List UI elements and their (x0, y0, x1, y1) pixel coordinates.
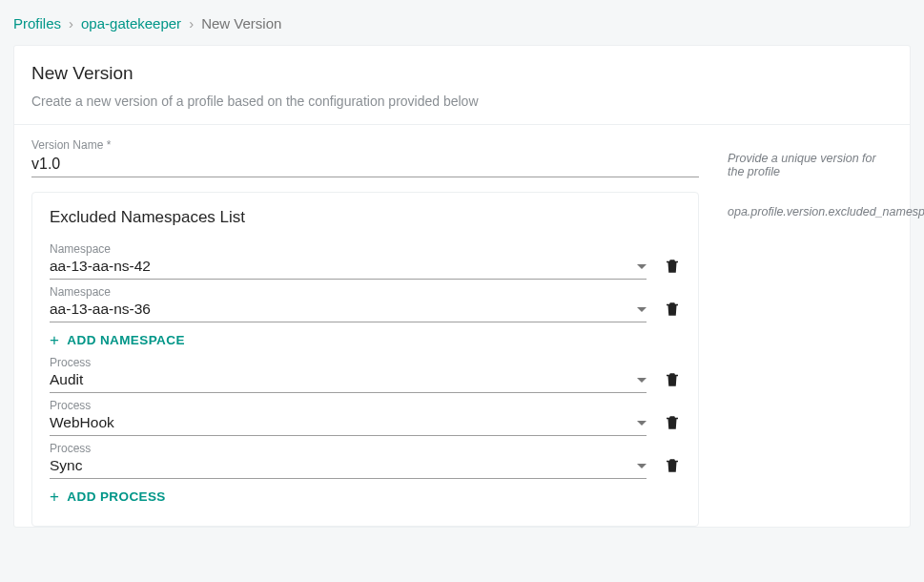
trash-icon (664, 370, 681, 389)
process-label: Process (50, 356, 647, 369)
process-row: Process Sync (50, 442, 681, 479)
card-header: New Version Create a new version of a pr… (14, 46, 910, 124)
delete-process-button[interactable] (664, 370, 681, 393)
process-row: Process WebHook (50, 399, 681, 436)
process-label: Process (50, 399, 647, 412)
chevron-down-icon (637, 264, 647, 269)
breadcrumb-current: New Version (201, 15, 281, 31)
process-value: WebHook (50, 414, 114, 431)
process-select[interactable]: WebHook (50, 412, 647, 436)
excluded-namespaces-panel: Excluded Namespaces List Namespace aa-13… (31, 192, 699, 527)
namespace-row: Namespace aa-13-aa-ns-36 (50, 285, 681, 322)
version-name-input[interactable] (31, 154, 699, 177)
delete-process-button[interactable] (664, 413, 681, 436)
namespace-row: Namespace aa-13-aa-ns-42 (50, 242, 681, 280)
excluded-namespaces-row: Excluded Namespaces List Namespace aa-13… (14, 178, 910, 527)
page-subtitle: Create a new version of a profile based … (31, 94, 893, 109)
chevron-down-icon (637, 307, 647, 312)
delete-namespace-button[interactable] (664, 257, 681, 280)
version-name-hint: Provide a unique version for the profile (728, 138, 893, 178)
process-row: Process Audit (50, 356, 681, 393)
process-value: Sync (50, 457, 82, 474)
add-namespace-button[interactable]: + ADD NAMESPACE (50, 332, 681, 348)
breadcrumb-profiles-link[interactable]: Profiles (13, 15, 61, 31)
namespace-value: aa-13-aa-ns-36 (50, 301, 151, 318)
add-process-button[interactable]: + ADD PROCESS (50, 488, 681, 505)
chevron-down-icon (637, 378, 647, 383)
process-value: Audit (50, 371, 83, 388)
plus-icon: + (50, 332, 59, 348)
version-name-label: Version Name * (31, 138, 699, 152)
namespace-label: Namespace (50, 285, 647, 299)
delete-process-button[interactable] (664, 456, 681, 479)
add-process-label: ADD PROCESS (67, 489, 165, 504)
chevron-down-icon (637, 421, 647, 426)
trash-icon (664, 456, 681, 475)
namespace-label: Namespace (50, 242, 647, 256)
process-select[interactable]: Sync (50, 455, 647, 479)
namespace-select[interactable]: aa-13-aa-ns-36 (50, 299, 647, 322)
excluded-namespaces-hint: opa.profile.version.excluded_namespaces (728, 192, 924, 218)
add-namespace-label: ADD NAMESPACE (67, 333, 184, 347)
trash-icon (664, 413, 681, 432)
new-version-card: New Version Create a new version of a pr… (13, 45, 911, 528)
breadcrumb-profile-link[interactable]: opa-gatekeeper (81, 15, 181, 31)
breadcrumb: Profiles › opa-gatekeeper › New Version (0, 0, 924, 45)
breadcrumb-sep: › (69, 15, 73, 31)
namespace-select[interactable]: aa-13-aa-ns-42 (50, 256, 647, 280)
process-select[interactable]: Audit (50, 369, 647, 393)
chevron-down-icon (637, 464, 647, 468)
plus-icon: + (50, 488, 59, 505)
breadcrumb-sep: › (189, 15, 194, 31)
trash-icon (664, 257, 681, 276)
delete-namespace-button[interactable] (664, 300, 681, 322)
namespace-value: aa-13-aa-ns-42 (50, 258, 151, 275)
trash-icon (664, 300, 681, 319)
page-title: New Version (31, 63, 893, 84)
version-name-row: Version Name * Provide a unique version … (14, 125, 910, 178)
excluded-namespaces-title: Excluded Namespaces List (50, 208, 681, 227)
process-label: Process (50, 442, 647, 455)
